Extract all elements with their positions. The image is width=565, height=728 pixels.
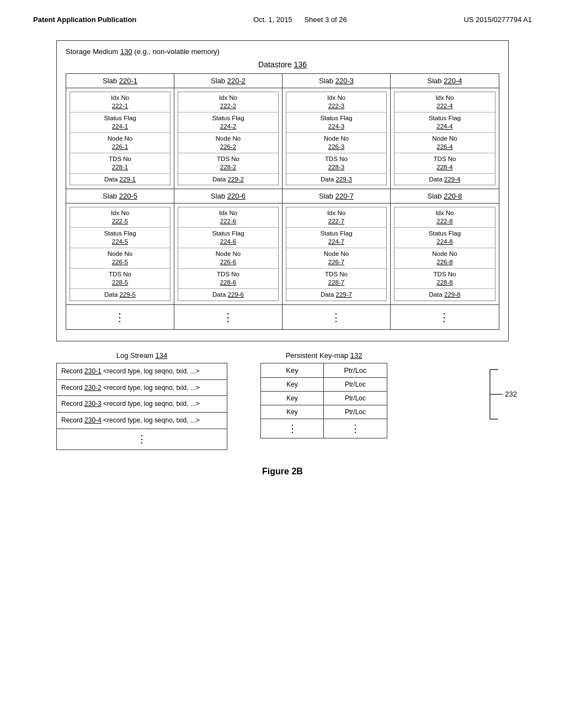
log-dots: ⋮ bbox=[57, 429, 227, 449]
slab-220-1-inner: Idx No222-1 Status Flag224-1 Node No226-… bbox=[70, 92, 170, 185]
slab-220-3: Slab 220-3 Idx No222-3 Status Flag224-3 … bbox=[282, 74, 391, 189]
slab-220-3-header: Slab 220-3 bbox=[282, 74, 390, 88]
publication-type: Patent Application Publication bbox=[33, 15, 136, 24]
publication-date: Oct. 1, 2015 Sheet 3 of 26 bbox=[253, 15, 347, 24]
slab-220-2-inner: Idx No222-2 Status Flag224-2 Node No226-… bbox=[178, 92, 279, 185]
keymap-dots-2: ⋮ bbox=[324, 419, 387, 438]
datastore-ref: 136 bbox=[294, 60, 307, 69]
key-map-section: Persistent Key-map 132 Key Ptr/Loc Key P… bbox=[260, 351, 387, 450]
figure-label: Figure 2B bbox=[262, 467, 303, 477]
dots-3: ⋮ bbox=[282, 305, 391, 329]
log-stream-title: Log Stream 134 bbox=[56, 351, 227, 360]
log-record-2: Record 230-2 <record type, log seqno, tx… bbox=[57, 380, 227, 397]
slab-row-tds: TDS No228-1 bbox=[70, 153, 170, 174]
keymap-row-2: Key Ptr/Loc bbox=[261, 392, 387, 405]
slab-220-8-inner: Idx No222-8 Status Flag224-8 Node No226-… bbox=[394, 207, 495, 301]
main-content: Storage Medium 130 (e.g., non-volatile m… bbox=[0, 29, 565, 488]
slab-dots-row: ⋮ ⋮ ⋮ ⋮ bbox=[66, 305, 499, 330]
keymap-col-key: Key bbox=[261, 363, 324, 377]
sheet-info: Sheet 3 of 26 bbox=[304, 15, 347, 24]
slab-row-data: Data 229-1 bbox=[70, 174, 170, 185]
slabs-row2-grid: Slab 220-5 Idx No222-5 Status Flag224-5 … bbox=[66, 189, 499, 304]
slab-220-4: Slab 220-4 Idx No222-4 Status Flag224-4 … bbox=[391, 74, 499, 189]
key-map-title: Persistent Key-map 132 bbox=[260, 351, 387, 360]
slab-220-4-inner: Idx No222-4 Status Flag224-4 Node No226-… bbox=[394, 92, 495, 185]
page-header: Patent Application Publication Oct. 1, 2… bbox=[0, 0, 565, 29]
keymap-key-2: Key bbox=[261, 392, 324, 405]
slab-220-1: Slab 220-1 Idx No222-1 Status Flag224-1 … bbox=[66, 74, 174, 189]
keymap-row-1: Key Ptr/Loc bbox=[261, 378, 387, 392]
keymap-key-3: Key bbox=[261, 405, 324, 419]
outer-diagram-box: Storage Medium 130 (e.g., non-volatile m… bbox=[56, 40, 509, 341]
slab-220-5-inner: Idx No222-5 Status Flag224-5 Node No226-… bbox=[70, 207, 170, 301]
log-stream-section: Log Stream 134 Record 230-1 <record type… bbox=[56, 351, 227, 450]
keymap-dots-row: ⋮ ⋮ bbox=[261, 419, 387, 438]
slab-220-7-header: Slab 220-7 bbox=[282, 189, 390, 204]
keymap-dots-1: ⋮ bbox=[261, 419, 324, 438]
slab-220-5-header: Slab 220-5 bbox=[66, 189, 174, 204]
slab-220-4-header: Slab 220-4 bbox=[391, 74, 499, 88]
slab-220-2-header: Slab 220-2 bbox=[174, 74, 282, 88]
log-record-4: Record 230-4 <record type, log seqno, tx… bbox=[57, 413, 227, 429]
log-stream-ref: 134 bbox=[156, 351, 168, 360]
annotation-232-label: 232 bbox=[505, 390, 517, 398]
slab-220-2: Slab 220-2 Idx No222-2 Status Flag224-2 … bbox=[174, 74, 282, 189]
key-map-ref: 132 bbox=[350, 351, 363, 360]
keymap-ptrloc-3: Ptr/Loc bbox=[324, 405, 387, 419]
keymap-ptrloc-1: Ptr/Loc bbox=[324, 378, 387, 391]
key-map-box: Key Ptr/Loc Key Ptr/Loc Key Ptr/Loc Key … bbox=[260, 363, 387, 438]
slab-220-6-inner: Idx No222-6 Status Flag224-6 Node No226-… bbox=[178, 207, 279, 301]
dots-4: ⋮ bbox=[391, 305, 499, 329]
datastore-title: Datastore 136 bbox=[66, 60, 499, 69]
annotation-232-area: 232 bbox=[487, 367, 517, 422]
slab-220-1-header: Slab 220-1 bbox=[66, 74, 174, 88]
slab-220-7: Slab 220-7 Idx No222-7 Status Flag224-7 … bbox=[282, 189, 391, 304]
keymap-ptrloc-2: Ptr/Loc bbox=[324, 392, 387, 405]
log-record-3: Record 230-3 <record type, log seqno, tx… bbox=[57, 396, 227, 413]
log-record-1: Record 230-1 <record type, log seqno, tx… bbox=[57, 363, 227, 380]
slab-220-8-header: Slab 220-8 bbox=[391, 189, 499, 204]
publication-number: US 2015/0277794 A1 bbox=[463, 15, 532, 24]
keymap-col-ptrloc: Ptr/Loc bbox=[324, 363, 387, 377]
keymap-key-1: Key bbox=[261, 378, 324, 391]
log-stream-box: Record 230-1 <record type, log seqno, tx… bbox=[56, 363, 227, 450]
slab-220-7-inner: Idx No222-7 Status Flag224-7 Node No226-… bbox=[286, 207, 387, 301]
dots-1: ⋮ bbox=[66, 305, 174, 329]
storage-medium-label: Storage Medium 130 (e.g., non-volatile m… bbox=[66, 47, 499, 56]
keymap-row-3: Key Ptr/Loc bbox=[261, 405, 387, 419]
slabs-row1-grid: Slab 220-1 Idx No222-1 Status Flag224-1 … bbox=[66, 73, 499, 189]
keymap-header-row: Key Ptr/Loc bbox=[261, 363, 387, 378]
slab-row-node: Node No226-1 bbox=[70, 133, 170, 153]
slab-220-8: Slab 220-8 Idx No222-8 Status Flag224-8 … bbox=[391, 189, 499, 304]
bracket-svg bbox=[487, 367, 504, 422]
slab-row-status: Status Flag224-1 bbox=[70, 113, 170, 133]
storage-ref: 130 bbox=[120, 47, 132, 56]
slab-220-6-header: Slab 220-6 bbox=[174, 189, 282, 204]
slab-220-5: Slab 220-5 Idx No222-5 Status Flag224-5 … bbox=[66, 189, 174, 304]
slab-row-idx: Idx No222-1 bbox=[70, 92, 170, 113]
dots-2: ⋮ bbox=[174, 305, 282, 329]
bottom-section: Log Stream 134 Record 230-1 <record type… bbox=[56, 351, 509, 450]
slab-220-3-inner: Idx No222-3 Status Flag224-3 Node No226-… bbox=[286, 92, 387, 185]
slab-220-6: Slab 220-6 Idx No222-6 Status Flag224-6 … bbox=[174, 189, 282, 304]
